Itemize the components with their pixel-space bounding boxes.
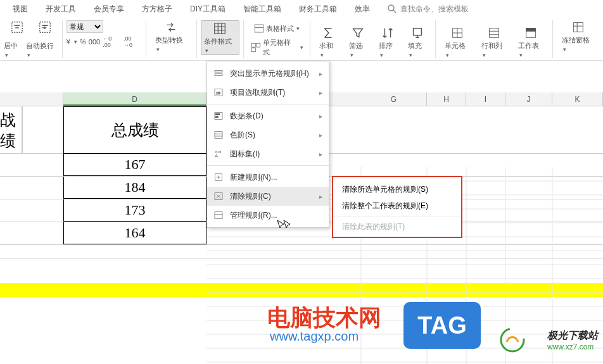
svg-point-61 xyxy=(215,151,217,153)
svg-rect-14 xyxy=(257,43,260,47)
svg-rect-51 xyxy=(215,70,222,72)
svg-rect-62 xyxy=(219,151,221,153)
sum-button[interactable]: 求和▾ xyxy=(314,26,343,58)
col-I[interactable]: I xyxy=(466,92,505,106)
type-convert-button[interactable]: 类型转换▾ xyxy=(150,20,193,53)
col-K[interactable]: K xyxy=(552,92,603,106)
table-style-button[interactable]: 表格样式▾ xyxy=(251,22,302,35)
ribbon: 居中▾ 自动换行▾ 常规 ¥▾ % 000 ←0 .00 .00 →0 类型转换… xyxy=(0,18,603,61)
conditional-format-button[interactable]: 条件格式▾ xyxy=(201,20,239,55)
svg-rect-20 xyxy=(490,28,499,38)
freeze-button[interactable]: 冻结窗格▾ xyxy=(557,20,599,53)
svg-marker-63 xyxy=(215,154,218,156)
number-format-select[interactable]: 常规 xyxy=(67,20,103,33)
svg-rect-2 xyxy=(12,22,23,33)
tab-efficiency[interactable]: 效率 xyxy=(346,4,379,15)
svg-rect-56 xyxy=(215,114,220,115)
svg-rect-13 xyxy=(251,43,255,47)
watermark-site2: 极光下载站 www.xz7.com xyxy=(547,329,598,351)
svg-rect-58 xyxy=(215,132,222,139)
search-placeholder: 查找命令、搜索模板 xyxy=(400,4,469,15)
svg-rect-70 xyxy=(215,212,222,219)
percent-button[interactable]: % xyxy=(80,38,86,46)
col-G[interactable]: G xyxy=(361,92,427,106)
comma-button[interactable]: 000 xyxy=(89,38,100,46)
cell-header-partial: 战绩 xyxy=(0,106,22,154)
menu-iconset[interactable]: 图标集(I)▸ xyxy=(207,144,329,163)
tab-ffgz[interactable]: 方方格子 xyxy=(133,4,181,15)
wrap-text-label: 自动换行▾ xyxy=(26,41,58,58)
cell-value: 184 xyxy=(63,177,206,199)
watermark-logo-icon xyxy=(499,327,526,353)
cell-header-total: 总成绩 xyxy=(63,106,206,154)
menu-colorscale[interactable]: 色阶(S)▸ xyxy=(207,125,329,144)
clear-entire-sheet[interactable]: 清除整个工作表的规则(E) xyxy=(333,198,461,214)
svg-point-72 xyxy=(501,329,524,351)
tab-view[interactable]: 视图 xyxy=(4,4,37,15)
watermark-tag: TAG xyxy=(403,302,481,349)
menu-top-rules[interactable]: 10 项目选取规则(T)▸ xyxy=(207,83,329,102)
watermark-site1-url: www.tagxp.com xyxy=(270,329,359,344)
svg-rect-52 xyxy=(215,74,222,76)
col-D[interactable]: D xyxy=(63,92,206,106)
fill-button[interactable]: 填充▾ xyxy=(403,26,431,58)
inc-decimal-button[interactable]: ←0 .00 xyxy=(103,35,121,48)
svg-rect-55 xyxy=(215,113,222,120)
svg-line-1 xyxy=(393,10,396,13)
svg-rect-24 xyxy=(526,28,536,32)
tab-smart[interactable]: 智能工具箱 xyxy=(234,4,290,15)
search-box[interactable]: 查找命令、搜索模板 xyxy=(386,3,469,15)
col-H[interactable]: H xyxy=(427,92,466,106)
svg-rect-15 xyxy=(251,48,255,52)
svg-rect-6 xyxy=(215,23,225,34)
svg-rect-57 xyxy=(215,116,218,118)
align-center-button[interactable] xyxy=(5,20,29,34)
filter-button[interactable]: 筛选▾ xyxy=(344,26,372,58)
clear-selected-cells[interactable]: 清除所选单元格的规则(S) xyxy=(333,181,461,198)
cell-style-button[interactable]: 单元格样式▾ xyxy=(248,37,306,58)
dec-decimal-button[interactable]: .00 →0 xyxy=(124,35,142,48)
col-J[interactable]: J xyxy=(505,92,552,106)
tab-finance[interactable]: 财务工具箱 xyxy=(290,4,346,15)
align-center-label: 居中▾ xyxy=(4,41,22,58)
tab-diy[interactable]: DIY工具箱 xyxy=(181,4,234,15)
sheet-button[interactable]: 工作表▾ xyxy=(513,26,549,58)
search-icon xyxy=(386,3,398,15)
menu-clear-rules[interactable]: 清除规则(C)▸ xyxy=(207,187,329,206)
sort-button[interactable]: 排序▾ xyxy=(374,26,402,58)
svg-point-0 xyxy=(388,5,394,11)
svg-rect-16 xyxy=(413,28,421,35)
svg-rect-25 xyxy=(573,23,583,32)
tab-member[interactable]: 会员专享 xyxy=(85,4,133,15)
tab-devtools[interactable]: 开发工具 xyxy=(37,4,85,15)
conditional-format-menu: 突出显示单元格规则(H)▸ 10 项目选取规则(T)▸ 数据条(D)▸ 色阶(S… xyxy=(206,61,329,228)
cell-value: 164 xyxy=(63,222,206,244)
clear-this-table: 清除此表的规则(T) xyxy=(333,217,461,233)
svg-text:10: 10 xyxy=(216,91,220,95)
menu-databar[interactable]: 数据条(D)▸ xyxy=(207,106,329,125)
cells-button[interactable]: 单元格▾ xyxy=(440,26,475,58)
menu-tabs: 视图 开发工具 会员专享 方方格子 DIY工具箱 智能工具箱 财务工具箱 效率 … xyxy=(0,0,603,18)
rowcol-button[interactable]: 行和列▾ xyxy=(476,26,512,58)
currency-button[interactable]: ¥ xyxy=(67,38,70,46)
menu-manage-rules[interactable]: 管理规则(R)... xyxy=(207,206,329,225)
clear-rules-submenu: 清除所选单元格的规则(S) 清除整个工作表的规则(E) 清除此表的规则(T) xyxy=(332,176,462,238)
wrap-text-button[interactable] xyxy=(33,20,57,34)
cell-value: 167 xyxy=(63,154,206,176)
menu-new-rule[interactable]: 新建规则(N)... xyxy=(207,168,329,187)
cursor-icon xyxy=(276,219,290,232)
cell-value: 173 xyxy=(63,199,206,222)
menu-highlight-rules[interactable]: 突出显示单元格规则(H)▸ xyxy=(207,64,329,83)
svg-rect-11 xyxy=(255,25,263,32)
